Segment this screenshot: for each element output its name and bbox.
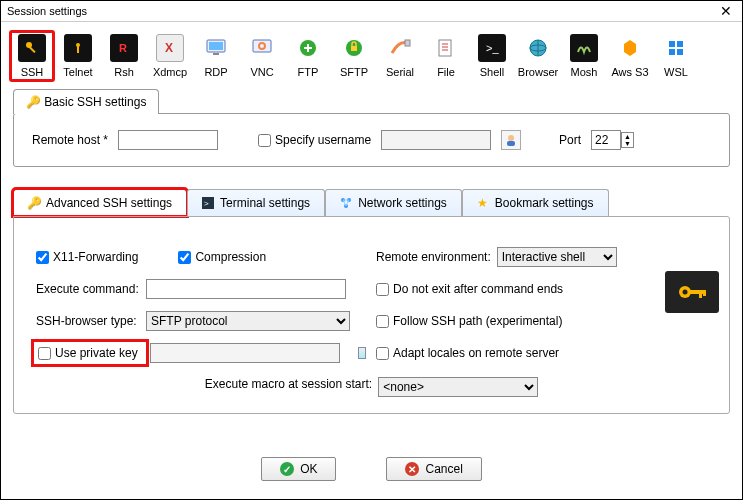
svg-rect-13 bbox=[351, 46, 357, 51]
session-type-label: SFTP bbox=[331, 66, 377, 78]
session-type-label: SSH bbox=[12, 66, 52, 78]
session-type-rdp[interactable]: RDP bbox=[193, 30, 239, 82]
x11-forwarding-checkbox[interactable]: X11-Forwarding bbox=[36, 250, 138, 264]
svg-rect-33 bbox=[699, 290, 702, 298]
browse-key-icon[interactable] bbox=[358, 347, 366, 359]
session-type-label: Serial bbox=[377, 66, 423, 78]
user-picker-icon[interactable] bbox=[501, 130, 521, 150]
svg-rect-34 bbox=[703, 290, 706, 296]
specify-username-box[interactable] bbox=[258, 134, 271, 147]
session-type-ftp[interactable]: FTP bbox=[285, 30, 331, 82]
exec-cmd-label: Execute command: bbox=[36, 282, 140, 296]
basic-ssh-panel: Remote host * Specify username Port ▲▼ bbox=[13, 113, 730, 167]
sub-tabs: 🔑 Advanced SSH settings > Terminal setti… bbox=[13, 189, 730, 216]
svg-text:>: > bbox=[204, 199, 209, 208]
svg-rect-15 bbox=[439, 40, 451, 56]
tab-terminal-settings[interactable]: > Terminal settings bbox=[187, 189, 325, 216]
compression-label: Compression bbox=[195, 250, 266, 264]
tab-basic-label: Basic SSH settings bbox=[44, 95, 146, 109]
exec-cmd-input[interactable] bbox=[146, 279, 346, 299]
ftp-icon bbox=[294, 34, 322, 62]
session-type-serial[interactable]: Serial bbox=[377, 30, 423, 82]
session-type-label: File bbox=[423, 66, 469, 78]
session-type-label: Xdmcp bbox=[147, 66, 193, 78]
tab-network-settings[interactable]: Network settings bbox=[325, 189, 462, 216]
xdmcp-icon: X bbox=[156, 34, 184, 62]
tab-bookmark-label: Bookmark settings bbox=[495, 196, 594, 210]
mosh-icon bbox=[570, 34, 598, 62]
browser-type-select[interactable]: SFTP protocol bbox=[146, 311, 350, 331]
compression-box[interactable] bbox=[178, 251, 191, 264]
remote-host-input[interactable] bbox=[118, 130, 218, 150]
use-pk-box[interactable] bbox=[38, 347, 51, 360]
window-title: Session settings bbox=[7, 5, 87, 17]
adapt-locales-box[interactable] bbox=[376, 347, 389, 360]
tab-basic-ssh[interactable]: 🔑 Basic SSH settings bbox=[13, 89, 159, 114]
remote-env-label: Remote environment: bbox=[376, 250, 491, 264]
remote-env-select[interactable]: Interactive shell bbox=[497, 247, 617, 267]
x11-box[interactable] bbox=[36, 251, 49, 264]
remote-host-label: Remote host * bbox=[32, 133, 108, 147]
cancel-button[interactable]: ✕ Cancel bbox=[386, 457, 481, 481]
no-exit-box[interactable] bbox=[376, 283, 389, 296]
file-icon bbox=[432, 34, 460, 62]
session-type-rsh[interactable]: R Rsh bbox=[101, 30, 147, 82]
svg-rect-19 bbox=[669, 41, 675, 47]
key-badge-icon bbox=[665, 271, 719, 313]
svg-text:>_: >_ bbox=[486, 42, 499, 54]
close-icon[interactable]: ✕ bbox=[716, 3, 736, 19]
cancel-icon: ✕ bbox=[405, 462, 419, 476]
port-input[interactable] bbox=[591, 130, 621, 150]
session-type-sftp[interactable]: SFTP bbox=[331, 30, 377, 82]
use-pk-label: Use private key bbox=[55, 346, 138, 360]
session-type-label: FTP bbox=[285, 66, 331, 78]
session-type-mosh[interactable]: Mosh bbox=[561, 30, 607, 82]
tab-bookmark-settings[interactable]: ★ Bookmark settings bbox=[462, 189, 609, 216]
username-input bbox=[381, 130, 491, 150]
shell-icon: >_ bbox=[478, 34, 506, 62]
session-type-telnet[interactable]: Telnet bbox=[55, 30, 101, 82]
svg-rect-9 bbox=[253, 40, 271, 52]
session-type-vnc[interactable]: VNC bbox=[239, 30, 285, 82]
compression-checkbox[interactable]: Compression bbox=[178, 250, 266, 264]
session-type-file[interactable]: File bbox=[423, 30, 469, 82]
port-spinner[interactable]: ▲▼ bbox=[621, 132, 634, 148]
ok-button[interactable]: ✓ OK bbox=[261, 457, 336, 481]
tab-terminal-label: Terminal settings bbox=[220, 196, 310, 210]
dialog-footer: ✓ OK ✕ Cancel bbox=[1, 443, 742, 499]
specify-username-checkbox[interactable]: Specify username bbox=[258, 133, 371, 147]
svg-rect-14 bbox=[405, 40, 410, 46]
specify-username-label: Specify username bbox=[275, 133, 371, 147]
session-type-xdmcp[interactable]: X Xdmcp bbox=[147, 30, 193, 82]
session-type-label: RDP bbox=[193, 66, 239, 78]
no-exit-checkbox[interactable]: Do not exit after command ends bbox=[376, 282, 676, 296]
svg-rect-7 bbox=[213, 53, 219, 55]
telnet-icon bbox=[64, 34, 92, 62]
advanced-ssh-panel: X11-Forwarding Compression Remote enviro… bbox=[13, 216, 730, 414]
exec-macro-select[interactable]: <none> bbox=[378, 377, 538, 397]
network-icon bbox=[340, 197, 352, 209]
session-type-label: Telnet bbox=[55, 66, 101, 78]
session-type-label: Aws S3 bbox=[607, 66, 653, 78]
session-type-label: Mosh bbox=[561, 66, 607, 78]
session-type-label: WSL bbox=[653, 66, 699, 78]
sftp-icon bbox=[340, 34, 368, 62]
svg-rect-3 bbox=[77, 46, 79, 53]
follow-path-checkbox[interactable]: Follow SSH path (experimental) bbox=[376, 314, 676, 328]
session-type-wsl[interactable]: WSL bbox=[653, 30, 699, 82]
session-type-label: VNC bbox=[239, 66, 285, 78]
session-type-shell[interactable]: >_ Shell bbox=[469, 30, 515, 82]
follow-path-box[interactable] bbox=[376, 315, 389, 328]
session-type-browser[interactable]: Browser bbox=[515, 30, 561, 82]
session-type-aws-s3[interactable]: Aws S3 bbox=[607, 30, 653, 82]
use-private-key-checkbox[interactable]: Use private key bbox=[38, 346, 138, 360]
svg-point-31 bbox=[683, 290, 688, 295]
adapt-locales-checkbox[interactable]: Adapt locales on remote server bbox=[376, 346, 676, 360]
browser-type-label: SSH-browser type: bbox=[36, 314, 140, 328]
tab-advanced-ssh[interactable]: 🔑 Advanced SSH settings bbox=[13, 189, 187, 216]
session-type-ssh[interactable]: SSH bbox=[9, 30, 55, 82]
rsh-icon: R bbox=[110, 34, 138, 62]
svg-text:R: R bbox=[119, 42, 127, 54]
terminal-icon: > bbox=[202, 197, 214, 209]
titlebar: Session settings ✕ bbox=[1, 1, 742, 22]
